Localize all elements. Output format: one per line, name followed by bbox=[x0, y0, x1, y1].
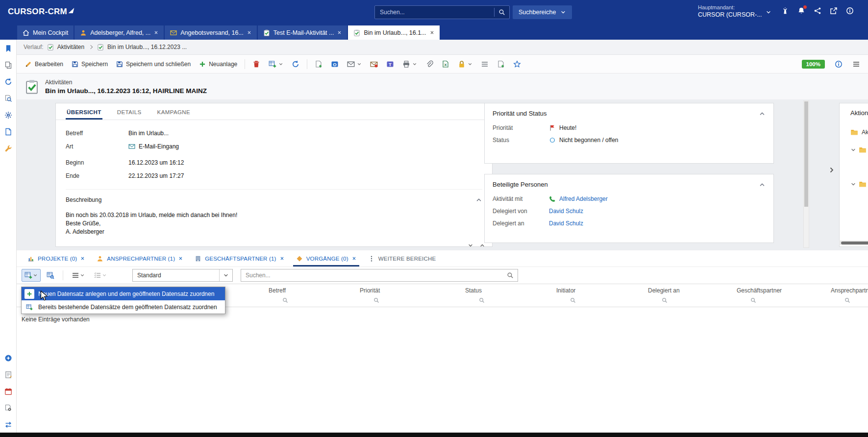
search-icon[interactable] bbox=[507, 272, 514, 279]
column-header[interactable]: Ansprechpartner bbox=[831, 284, 868, 294]
notes-icon[interactable] bbox=[4, 371, 12, 379]
view-options-button[interactable] bbox=[69, 269, 88, 282]
list-button[interactable] bbox=[477, 58, 492, 70]
email-button[interactable] bbox=[344, 58, 365, 70]
outlook-button[interactable] bbox=[327, 58, 342, 70]
subtab-geschaeftspartner[interactable]: GESCHÄFTSPARTNER (1) bbox=[189, 250, 290, 267]
gear-icon[interactable] bbox=[4, 111, 12, 119]
wrench-icon[interactable] bbox=[4, 145, 12, 152]
column-header[interactable]: Status bbox=[465, 284, 556, 294]
document-search-icon[interactable] bbox=[4, 95, 12, 102]
column-header[interactable]: Delegiert an bbox=[648, 284, 739, 294]
tab-uebersicht[interactable]: ÜBERSICHT bbox=[66, 109, 102, 120]
menu-item-new-record[interactable]: Neuen Datensatz anlegen und dem geöffnet… bbox=[22, 287, 225, 300]
close-icon[interactable] bbox=[337, 30, 342, 35]
search-icon[interactable] bbox=[498, 9, 505, 16]
close-icon[interactable] bbox=[352, 256, 356, 261]
open-external-button[interactable] bbox=[830, 7, 838, 15]
zoom-badge[interactable]: 100% bbox=[802, 60, 825, 69]
scrollbar-thumb[interactable] bbox=[841, 242, 868, 244]
export-button[interactable] bbox=[438, 58, 453, 70]
subtab-weitere-bereiche[interactable]: WEITERE BEREICHE bbox=[362, 250, 442, 267]
collapse-chevron-up-icon[interactable] bbox=[759, 181, 766, 188]
notifications-button[interactable] bbox=[797, 7, 805, 15]
add-document-button[interactable] bbox=[311, 58, 326, 70]
column-header[interactable]: Geschäftspartner bbox=[737, 284, 828, 294]
close-icon[interactable] bbox=[430, 30, 434, 35]
delete-button[interactable] bbox=[249, 58, 264, 70]
related-search-input[interactable] bbox=[241, 272, 507, 279]
user-link[interactable]: David Schulz bbox=[549, 220, 583, 227]
subtab-projekte[interactable]: PROJEKTE (0) bbox=[22, 250, 91, 267]
close-icon[interactable] bbox=[280, 256, 284, 261]
search-related-button[interactable] bbox=[44, 269, 57, 282]
swap-icon[interactable] bbox=[4, 421, 12, 429]
close-icon[interactable] bbox=[247, 30, 251, 35]
add-note-button[interactable] bbox=[494, 58, 508, 70]
filter-search-icon[interactable] bbox=[479, 297, 485, 303]
share-button[interactable] bbox=[814, 7, 821, 15]
bookmark-icon[interactable] bbox=[4, 45, 12, 52]
tab-angebotsversand[interactable]: Angebotsversand, 16... bbox=[165, 25, 257, 40]
print-button[interactable] bbox=[399, 58, 421, 70]
info-icon[interactable] bbox=[835, 60, 843, 68]
menu-item-assign-existing[interactable]: Bereits bestehende Datensätze dem geöffn… bbox=[22, 300, 225, 314]
copy-icon[interactable] bbox=[4, 61, 12, 69]
menu-icon[interactable] bbox=[852, 60, 860, 68]
calendar-icon[interactable] bbox=[4, 388, 12, 395]
close-icon[interactable] bbox=[154, 30, 158, 35]
document-icon[interactable] bbox=[4, 128, 12, 136]
new-record-button[interactable]: Neuanlage bbox=[196, 59, 241, 70]
column-header[interactable]: Initiator bbox=[556, 284, 647, 294]
column-header[interactable]: Betreff bbox=[269, 284, 360, 294]
tab-kampagne[interactable]: KAMPAGNE bbox=[156, 109, 192, 120]
actions-group-row[interactable]: Aktivitäten bbox=[850, 128, 868, 136]
filter-search-icon[interactable] bbox=[662, 297, 668, 303]
email-signature-button[interactable] bbox=[367, 58, 381, 70]
filter-search-icon[interactable] bbox=[373, 297, 379, 303]
vertical-scrollbar[interactable] bbox=[803, 100, 809, 248]
global-search-input[interactable] bbox=[375, 9, 494, 16]
save-button[interactable]: Speichern bbox=[68, 59, 111, 70]
search-areas-button[interactable]: Suchbereiche bbox=[513, 5, 572, 19]
add-related-button[interactable] bbox=[265, 58, 287, 70]
document-gear-icon[interactable] bbox=[4, 404, 12, 412]
contact-link[interactable]: Alfred Adelsberger bbox=[559, 195, 608, 202]
history-icon[interactable] bbox=[4, 78, 12, 86]
attachment-button[interactable] bbox=[422, 58, 437, 70]
collapse-chevron-up-icon[interactable] bbox=[759, 110, 766, 117]
compass-icon[interactable] bbox=[4, 354, 12, 362]
breadcrumb-level1[interactable]: Aktivitäten bbox=[57, 44, 84, 50]
tenant-chevron-down-icon[interactable] bbox=[766, 9, 771, 15]
subtab-vorgaenge[interactable]: VORGÄNGE (0) bbox=[290, 250, 362, 267]
subtab-ansprechpartner[interactable]: ANSPRECHPARTNER (1) bbox=[91, 250, 189, 267]
collapse-chevron-up-icon[interactable] bbox=[475, 196, 482, 203]
tab-bin-im-urlaub[interactable]: Bin im Urlaub..., 16.1... bbox=[348, 25, 439, 40]
scrollbar-thumb[interactable] bbox=[804, 101, 808, 207]
collapse-down-icon[interactable] bbox=[468, 243, 473, 248]
action-tree-item[interactable] bbox=[850, 146, 868, 154]
close-icon[interactable] bbox=[80, 256, 85, 261]
tab-test-email-aktivitaet[interactable]: Test E-Mail-Aktivität ... bbox=[258, 25, 347, 40]
close-icon[interactable] bbox=[178, 256, 183, 261]
view-select[interactable]: Standard bbox=[132, 269, 233, 282]
breadcrumb-level2[interactable]: Bin im Urlaub..., 16.12.2023 ... bbox=[107, 44, 187, 50]
lighthouse-button[interactable] bbox=[781, 7, 789, 15]
permissions-button[interactable] bbox=[454, 58, 476, 70]
collapse-up-icon[interactable] bbox=[479, 243, 485, 248]
save-close-button[interactable]: Speichern und schließen bbox=[113, 59, 194, 70]
filter-search-icon[interactable] bbox=[282, 297, 288, 303]
horizontal-scrollbar[interactable] bbox=[839, 241, 868, 245]
user-link[interactable]: David Schulz bbox=[549, 208, 583, 215]
edit-button[interactable]: Bearbeiten bbox=[22, 59, 67, 70]
tab-adelsberger[interactable]: Adelsberger, Alfred, ... bbox=[74, 25, 164, 40]
expand-panel-chevron-right-icon[interactable] bbox=[828, 166, 836, 174]
tab-details[interactable]: DETAILS bbox=[116, 109, 143, 120]
action-tree-item[interactable] bbox=[850, 180, 868, 188]
grouping-button[interactable] bbox=[91, 269, 110, 282]
teams-button[interactable] bbox=[383, 58, 397, 70]
tenant-selector[interactable]: Hauptmandant: CURSOR (CURSOR-... bbox=[698, 4, 762, 19]
info-button[interactable] bbox=[846, 7, 854, 15]
add-related-record-button[interactable] bbox=[22, 269, 41, 282]
tab-mein-cockpit[interactable]: Mein Cockpit bbox=[17, 25, 74, 40]
